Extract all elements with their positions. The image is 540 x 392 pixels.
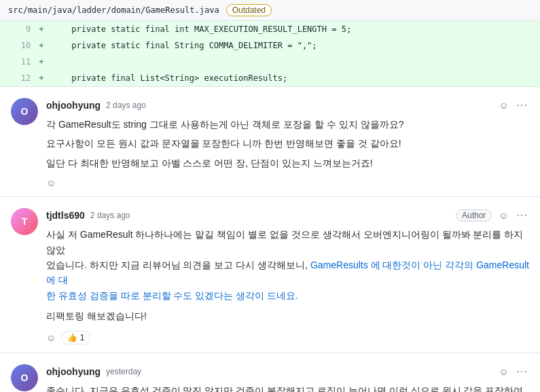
comment-block: O ohjoohyung 2 days ago ☺ ··· 각 GameResu… [0, 87, 540, 197]
smile-icon[interactable]: ☺ [46, 177, 56, 188]
diff-line: 9 + private static final int MAX_EXECUTI… [0, 21, 540, 37]
comment-header-right: Author ☺ ··· [456, 208, 529, 223]
line-number: 11 [0, 54, 35, 70]
comment-time: 2 days ago [106, 101, 146, 110]
comment-body: 사실 저 GameResult 하나하나에는 맡길 책임이 별로 없을 것으로 … [46, 227, 529, 323]
comment-header: tjdtls690 2 days ago Author ☺ ··· [46, 208, 529, 223]
comment-reactions: ☺ [46, 177, 529, 188]
comment-header: ohjoohyung 2 days ago ☺ ··· [46, 98, 529, 113]
comment-time: 2 days ago [90, 211, 130, 220]
avatar-image: O [11, 98, 38, 125]
comment-text: 리팩토링 해보겠습니다! [46, 308, 529, 323]
diff-table: 9 + private static final int MAX_EXECUTI… [0, 21, 540, 87]
diff-line: 11 + [0, 54, 540, 70]
more-options-icon[interactable]: ··· [516, 364, 529, 379]
comment-main: ohjoohyung 2 days ago ☺ ··· 각 GameResult… [46, 98, 529, 188]
comment-text: 좋습니다. 지금은 유효성 검증이 많진 않지만 검증이 복잡해지고 로직이 늘… [46, 383, 529, 392]
diff-line: 12 + private final List<String> executio… [0, 70, 540, 87]
comment-author: tjdtls690 [46, 210, 85, 221]
diff-line: 10 + private static final String COMMA_D… [0, 37, 540, 54]
code-content: private static final String COMMA_DELIMI… [48, 37, 540, 54]
smile-icon[interactable]: ☺ [46, 332, 56, 343]
diff-sign: + [35, 54, 48, 70]
line-number: 10 [0, 37, 35, 54]
avatar: O [11, 98, 38, 125]
avatar: T [11, 208, 38, 235]
code-content: private static final int MAX_EXECUTION_R… [48, 21, 540, 37]
line-number: 9 [0, 21, 35, 37]
reaction-smile-icon[interactable]: ☺ [497, 99, 509, 112]
avatar-image: O [11, 364, 38, 391]
comment-body: 각 GameResult도 string 그대로 사용하는게 아닌 객체로 포장… [46, 117, 529, 171]
avatar: O [11, 364, 38, 391]
outdated-badge: Outdated [226, 4, 272, 16]
line-number: 12 [0, 70, 35, 87]
diff-header: src/main/java/ladder/domain/GameResult.j… [0, 0, 540, 21]
diff-sign: + [35, 37, 48, 54]
comment-header-right: ☺ ··· [497, 364, 529, 379]
more-options-icon[interactable]: ··· [516, 98, 529, 113]
diff-sign: + [35, 70, 48, 87]
comment-text: 사실 저 GameResult 하나하나에는 맡길 책임이 별로 없을 것으로 … [46, 227, 529, 303]
reaction-button[interactable]: 👍 1 [61, 331, 90, 344]
comment-text: 일단 다 최대한 반영해보고 아벨 스스로 어떤 장, 단점이 있는지 느껴보는… [46, 156, 529, 171]
more-options-icon[interactable]: ··· [516, 208, 529, 223]
comments-section: O ohjoohyung 2 days ago ☺ ··· 각 GameResu… [0, 87, 540, 392]
comment-main: ohjoohyung yesterday ☺ ··· 좋습니다. 지금은 유효성… [46, 364, 529, 392]
comment-text: 요구사항이 모든 원시 값과 문자열을 포장한다 니까 한번 반영해보면 좋을 … [46, 136, 529, 151]
diff-filepath: src/main/java/ladder/domain/GameResult.j… [8, 5, 219, 15]
comment-text: 각 GameResult도 string 그대로 사용하는게 아닌 객체로 포장… [46, 117, 529, 132]
comment-author: ohjoohyung [46, 366, 101, 377]
comment-body: 좋습니다. 지금은 유효성 검증이 많진 않지만 검증이 복잡해지고 로직이 늘… [46, 383, 529, 392]
comment-header: ohjoohyung yesterday ☺ ··· [46, 364, 529, 379]
comment-block: T tjdtls690 2 days ago Author ☺ ··· 사실 저… [0, 197, 540, 353]
author-badge: Author [456, 209, 492, 221]
comment-author: ohjoohyung [46, 100, 101, 111]
comment-reactions: ☺ 👍 1 [46, 331, 529, 344]
avatar-image: T [11, 208, 38, 235]
comment-block: O ohjoohyung yesterday ☺ ··· 좋습니다. 지금은 유… [0, 353, 540, 392]
comment-time: yesterday [106, 367, 141, 376]
code-content [48, 54, 540, 70]
diff-sign: + [35, 21, 48, 37]
code-content: private final List<String> executionResu… [48, 70, 540, 87]
reaction-smile-icon[interactable]: ☺ [497, 365, 509, 378]
comment-main: tjdtls690 2 days ago Author ☺ ··· 사실 저 G… [46, 208, 529, 344]
comment-header-right: ☺ ··· [497, 98, 529, 113]
reaction-smile-icon[interactable]: ☺ [497, 209, 509, 222]
